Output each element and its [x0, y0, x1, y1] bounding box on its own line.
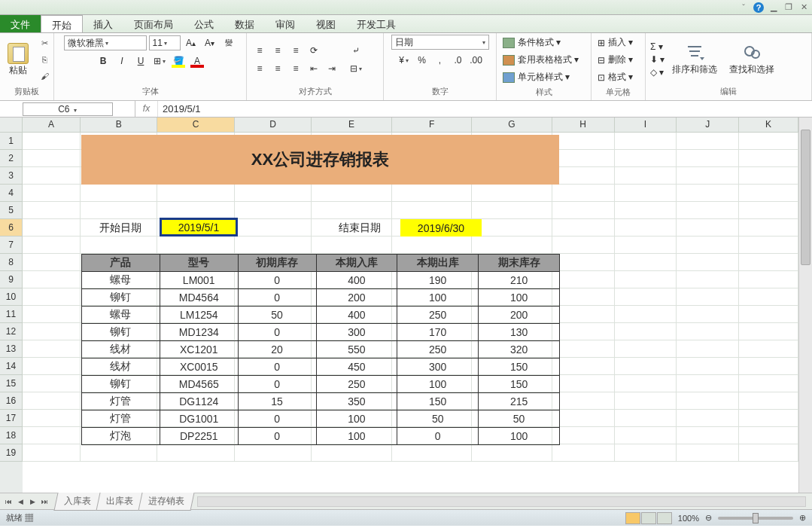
col-head-H[interactable]: H	[552, 118, 615, 133]
start-date-value[interactable]: 2019/5/1	[160, 218, 238, 237]
table-cell[interactable]: 215	[479, 393, 560, 410]
macro-icon[interactable]: ▦	[25, 513, 33, 522]
row-head-1[interactable]: 1	[0, 133, 23, 150]
tab-view[interactable]: 视图	[306, 15, 346, 32]
view-layout-icon[interactable]	[641, 512, 656, 524]
column-headers[interactable]: ABCDEFGHIJK	[23, 118, 798, 133]
cond-format-button[interactable]: 条件格式 ▾	[501, 35, 562, 50]
format-painter-icon[interactable]: 🖌	[38, 70, 51, 82]
table-row[interactable]: 灯泡DP225101000100	[82, 428, 560, 445]
table-cell[interactable]: 15	[238, 393, 316, 410]
table-cell[interactable]: XC1201	[160, 341, 238, 359]
col-head-D[interactable]: D	[235, 118, 312, 133]
format-cells-button[interactable]: ⊡ 格式 ▾	[596, 69, 634, 85]
table-cell[interactable]: 300	[316, 324, 397, 341]
orientation-icon[interactable]: ⟳	[306, 42, 322, 59]
table-row[interactable]: 螺母LM125450400250200	[82, 307, 560, 324]
row-head-14[interactable]: 14	[0, 358, 23, 375]
insert-cells-button[interactable]: ⊞ 插入 ▾	[596, 35, 634, 50]
row-head-17[interactable]: 17	[0, 410, 23, 427]
merge-center-icon[interactable]: ⊟▾	[348, 60, 364, 77]
table-cell[interactable]: 400	[316, 307, 397, 324]
phonetic-icon[interactable]: 變	[220, 35, 237, 51]
table-row[interactable]: 铆钉MD12340300170130	[82, 324, 560, 341]
col-head-J[interactable]: J	[677, 118, 739, 133]
formula-input[interactable]: 2019/5/1	[158, 101, 812, 117]
table-cell[interactable]: 350	[316, 393, 397, 410]
row-head-9[interactable]: 9	[0, 271, 23, 288]
font-size-combo[interactable]: 11▾	[149, 35, 181, 50]
table-cell[interactable]: 450	[316, 359, 397, 376]
table-cell[interactable]: 300	[397, 359, 479, 376]
row-headers[interactable]: 12345678910111213141516171819	[0, 133, 23, 493]
align-left-icon[interactable]: ≡	[251, 60, 268, 77]
zoom-out-icon[interactable]: ⊖	[705, 513, 712, 523]
vertical-scrollbar[interactable]	[798, 118, 812, 493]
cell-area[interactable]: XX公司进存销报表 开始日期 2019/5/1 结束日期 2019/6/30 产…	[23, 133, 798, 493]
tab-layout[interactable]: 页面布局	[123, 15, 184, 32]
delete-cells-button[interactable]: ⊟ 删除 ▾	[596, 52, 634, 68]
row-head-16[interactable]: 16	[0, 392, 23, 410]
bold-button[interactable]: B	[95, 53, 111, 69]
table-row[interactable]: 铆钉MD45640200100100	[82, 289, 560, 307]
tab-data[interactable]: 数据	[224, 15, 265, 32]
col-head-K[interactable]: K	[739, 118, 798, 133]
table-cell[interactable]: 400	[316, 272, 397, 289]
align-center-icon[interactable]: ≡	[269, 60, 286, 77]
wrap-text-icon[interactable]: ⤶	[348, 42, 364, 59]
indent-inc-icon[interactable]: ⇥	[324, 60, 340, 77]
fill-color-icon[interactable]: 🪣	[170, 53, 187, 69]
dec-decimal-icon[interactable]: .00	[468, 52, 485, 69]
worksheet-grid[interactable]: ABCDEFGHIJK 1234567891011121314151617181…	[0, 118, 812, 493]
row-head-3[interactable]: 3	[0, 167, 23, 185]
table-cell[interactable]: 320	[479, 341, 560, 359]
end-date-value[interactable]: 2019/6/30	[400, 219, 482, 237]
col-head-F[interactable]: F	[392, 118, 472, 133]
table-cell[interactable]: 100	[397, 376, 479, 393]
table-cell[interactable]: 螺母	[82, 272, 160, 289]
sheet-nav-last-icon[interactable]: ⏭	[39, 496, 50, 507]
table-row[interactable]: 灯管DG112415350150215	[82, 393, 560, 410]
row-head-10[interactable]: 10	[0, 288, 23, 306]
row-head-15[interactable]: 15	[0, 375, 23, 392]
select-all-corner[interactable]	[0, 118, 23, 133]
copy-icon[interactable]: ⎘	[38, 53, 51, 66]
tab-file[interactable]: 文件	[0, 15, 41, 32]
close-icon[interactable]: ✕	[798, 2, 809, 13]
table-cell[interactable]: 50	[397, 410, 479, 428]
sort-filter-button[interactable]: 排序和筛选	[668, 42, 722, 78]
fx-icon[interactable]: fx	[135, 101, 158, 117]
table-row[interactable]: 铆钉MD45650250100150	[82, 376, 560, 393]
table-cell[interactable]: 250	[397, 307, 479, 324]
table-cell[interactable]: 铆钉	[82, 376, 160, 393]
row-head-19[interactable]: 19	[0, 444, 23, 462]
row-head-6[interactable]: 6	[0, 219, 23, 237]
table-cell[interactable]: 200	[316, 289, 397, 307]
row-head-5[interactable]: 5	[0, 202, 23, 219]
paste-button[interactable]: 粘贴	[5, 41, 32, 78]
table-cell[interactable]: 150	[479, 376, 560, 393]
table-cell[interactable]: LM1254	[160, 307, 238, 324]
table-cell[interactable]: XC0015	[160, 359, 238, 376]
align-right-icon[interactable]: ≡	[287, 60, 304, 77]
align-bottom-icon[interactable]: ≡	[287, 42, 304, 59]
table-cell[interactable]: 灯管	[82, 393, 160, 410]
col-head-I[interactable]: I	[615, 118, 677, 133]
italic-button[interactable]: I	[114, 53, 130, 69]
cell-style-button[interactable]: 单元格样式 ▾	[501, 69, 571, 85]
table-cell[interactable]: 130	[479, 324, 560, 341]
number-format-combo[interactable]: 日期▾	[391, 35, 489, 50]
table-cell[interactable]: 螺母	[82, 307, 160, 324]
row-head-4[interactable]: 4	[0, 185, 23, 202]
table-cell[interactable]: 20	[238, 341, 316, 359]
table-row[interactable]: 螺母LM0010400190210	[82, 272, 560, 289]
tab-review[interactable]: 审阅	[265, 15, 306, 32]
table-cell[interactable]: 100	[397, 289, 479, 307]
table-cell[interactable]: 0	[238, 272, 316, 289]
table-cell[interactable]: 100	[479, 428, 560, 445]
shrink-font-icon[interactable]: A▾	[202, 35, 218, 51]
table-cell[interactable]: 灯泡	[82, 428, 160, 445]
table-cell[interactable]: 210	[479, 272, 560, 289]
name-box[interactable]: C6 ▾	[0, 101, 135, 117]
tab-home[interactable]: 开始	[41, 15, 83, 32]
